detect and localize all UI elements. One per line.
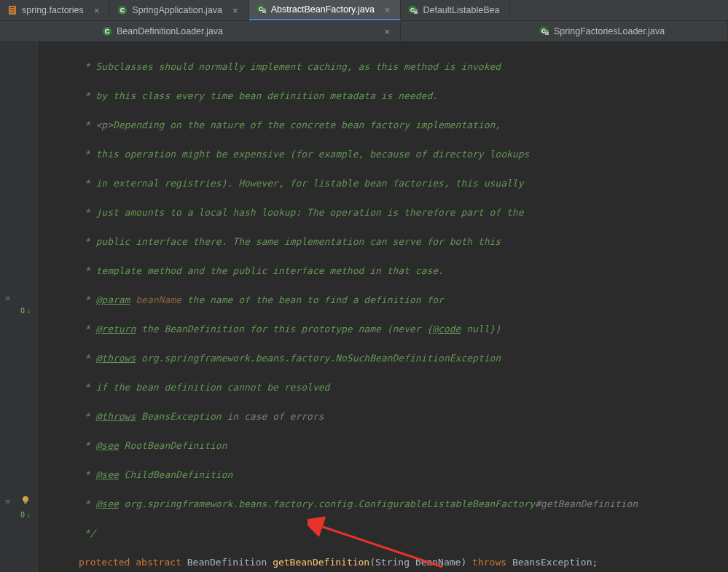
tab-bean-definition-loader[interactable]: C BeanDefinitionLoader.java × [95, 21, 401, 42]
code-line: */ [38, 526, 728, 541]
file-icon [7, 5, 17, 15]
tab-spring-factories-loader[interactable]: C SpringFactoriesLoader.java [401, 21, 728, 42]
class-icon: C [102, 26, 112, 36]
close-icon[interactable]: × [94, 5, 100, 16]
close-icon[interactable]: × [385, 4, 391, 15]
svg-rect-21 [24, 501, 27, 504]
intention-bulb-icon[interactable] [20, 495, 31, 507]
class-icon: C [117, 5, 128, 15]
tab-default-listable[interactable]: C DefaultListableBea [401, 0, 510, 20]
code-editor[interactable]: * Subclasses should normally implement c… [38, 42, 728, 572]
fold-toggle-icon[interactable]: ⊟ [6, 498, 9, 505]
fold-toggle-icon[interactable]: ⊟ [6, 294, 9, 302]
override-marker-icon[interactable]: O↓ [20, 307, 31, 315]
tab-label: DefaultListableBea [423, 5, 499, 15]
svg-text:C: C [120, 7, 125, 14]
tab-label: SpringFactoriesLoader.java [554, 26, 665, 36]
editor-tabs-row-2: C BeanDefinitionLoader.java × C SpringFa… [0, 21, 728, 42]
svg-rect-3 [10, 12, 15, 12]
code-line: * @see RootBeanDefinition [38, 439, 728, 453]
class-locked-icon: C [257, 4, 267, 15]
code-line: * @throws org.springframework.beans.fact… [38, 351, 728, 366]
tab-label: AbstractBeanFactory.java [271, 4, 375, 15]
editor-area: O↓ O↓ ⊟ ⊟ * Subclasses should normally i… [0, 42, 728, 572]
editor-tabs-row-1: spring.factories × C SpringApplication.j… [0, 0, 728, 21]
code-line: * this operation might be expensive (for… [38, 147, 728, 162]
tab-spring-application[interactable]: C SpringApplication.java × [110, 0, 248, 20]
svg-text:C: C [105, 28, 110, 35]
class-locked-icon: C [408, 5, 418, 15]
tab-abstract-bean-factory[interactable]: C AbstractBeanFactory.java × [249, 0, 402, 20]
code-line: * in external registries). However, for … [38, 176, 728, 191]
code-line: * Subclasses should normally implement c… [38, 60, 728, 74]
code-line: * if the bean definition cannot be resol… [38, 380, 728, 395]
tab-label: SpringApplication.java [132, 5, 222, 15]
tab-spacer [0, 21, 95, 42]
code-line: * @see org.springframework.beans.factory… [38, 497, 728, 512]
svg-rect-1 [10, 7, 15, 8]
tab-label: BeanDefinitionLoader.java [117, 26, 223, 36]
close-icon[interactable]: × [384, 26, 390, 37]
code-line: * @see ChildBeanDefinition [38, 468, 728, 482]
code-line: protected abstract BeanDefinition getBea… [38, 555, 728, 570]
code-line: * template method and the public interfa… [38, 264, 728, 278]
code-line: * @return the BeanDefinition for this pr… [38, 322, 728, 337]
code-line: * <p>Depending on the nature of the conc… [38, 118, 728, 133]
close-icon[interactable]: × [232, 5, 238, 16]
tab-spring-factories[interactable]: spring.factories × [0, 0, 110, 20]
code-line: * by this class every time bean definiti… [38, 89, 728, 103]
code-line: * just amounts to a local hash lookup: T… [38, 205, 728, 220]
override-marker-icon[interactable]: O↓ [20, 511, 31, 519]
class-locked-icon: C [539, 26, 549, 36]
code-line: * @throws BeansException in case of erro… [38, 410, 728, 424]
code-line: * public interface there. The same imple… [38, 235, 728, 249]
code-line: * @param beanName the name of the bean t… [38, 293, 728, 307]
tab-label: spring.factories [22, 5, 84, 15]
svg-rect-2 [10, 9, 15, 10]
gutter[interactable]: O↓ O↓ ⊟ ⊟ [0, 42, 38, 572]
svg-point-20 [23, 496, 28, 502]
